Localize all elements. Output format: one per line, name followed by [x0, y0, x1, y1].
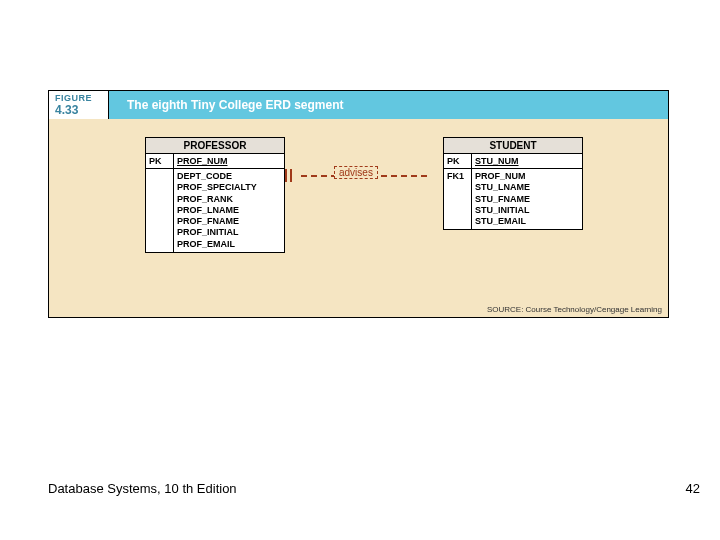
student-attr: STU_LNAME — [475, 182, 530, 193]
student-attr: STU_INITIAL — [475, 205, 530, 216]
professor-attr: DEPT_CODE — [177, 171, 257, 182]
student-fk-label: FK1 — [444, 169, 472, 229]
entity-professor: PROFESSOR PK PROF_NUM DEPT_CODE PROF_SPE… — [145, 137, 285, 253]
student-attr: STU_FNAME — [475, 194, 530, 205]
professor-attr: PROF_SPECIALTY — [177, 182, 257, 193]
figure-number: 4.33 — [55, 103, 102, 117]
cardinality-one-icon — [285, 168, 292, 182]
figure-container: FIGURE 4.33 The eighth Tiny College ERD … — [48, 90, 669, 318]
professor-attr: PROF_EMAIL — [177, 239, 257, 250]
professor-attr: PROF_RANK — [177, 194, 257, 205]
professor-pk-attr: PROF_NUM — [174, 154, 231, 168]
entity-professor-attrs: DEPT_CODE PROF_SPECIALTY PROF_RANK PROF_… — [146, 169, 284, 252]
entity-student: STUDENT PK STU_NUM FK1 PROF_NUM STU_LNAM… — [443, 137, 583, 230]
student-pk-label: PK — [444, 154, 472, 168]
entity-student-title: STUDENT — [444, 138, 582, 154]
professor-fk-label — [146, 169, 174, 252]
figure-titlebar: FIGURE 4.33 The eighth Tiny College ERD … — [49, 91, 668, 119]
erd-area: PROFESSOR PK PROF_NUM DEPT_CODE PROF_SPE… — [49, 119, 668, 317]
professor-attr: PROF_INITIAL — [177, 227, 257, 238]
professor-attr-list: DEPT_CODE PROF_SPECIALTY PROF_RANK PROF_… — [174, 169, 260, 252]
source-credit: SOURCE: Course Technology/Cengage Learni… — [487, 305, 662, 314]
relationship-label: advises — [334, 166, 378, 179]
slide-stage: FIGURE 4.33 The eighth Tiny College ERD … — [0, 0, 720, 540]
entity-professor-pkrow: PK PROF_NUM — [146, 154, 284, 169]
student-pk-attr: STU_NUM — [472, 154, 522, 168]
student-attr-list: PROF_NUM STU_LNAME STU_FNAME STU_INITIAL… — [472, 169, 533, 229]
entity-student-attrs: FK1 PROF_NUM STU_LNAME STU_FNAME STU_INI… — [444, 169, 582, 229]
footer-text: Database Systems, 10 th Edition — [48, 481, 237, 496]
entity-professor-title: PROFESSOR — [146, 138, 284, 154]
figure-title: The eighth Tiny College ERD segment — [109, 91, 343, 119]
entity-student-pkrow: PK STU_NUM — [444, 154, 582, 169]
figure-label: FIGURE — [55, 93, 102, 103]
figure-number-box: FIGURE 4.33 — [49, 91, 109, 119]
professor-pk-label: PK — [146, 154, 174, 168]
page-number: 42 — [686, 481, 700, 496]
professor-attr: PROF_FNAME — [177, 216, 257, 227]
student-attr: PROF_NUM — [475, 171, 530, 182]
professor-attr: PROF_LNAME — [177, 205, 257, 216]
student-attr: STU_EMAIL — [475, 216, 530, 227]
